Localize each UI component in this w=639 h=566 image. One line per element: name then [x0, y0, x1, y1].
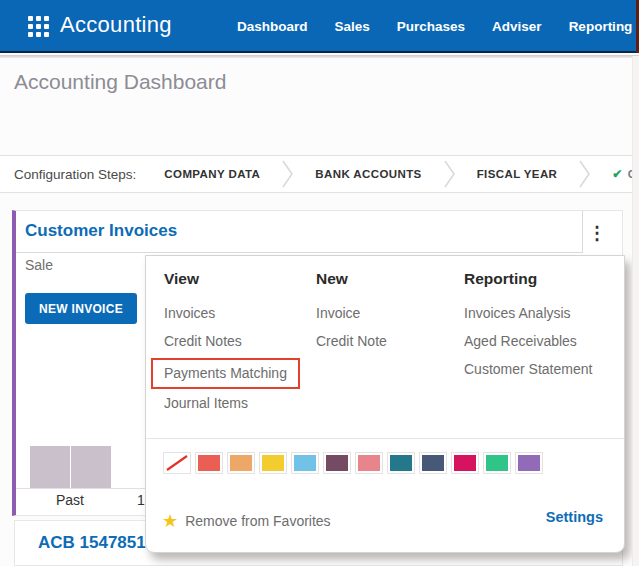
scrollbar-track[interactable] — [632, 56, 639, 566]
top-nav-bar: Accounting Dashboard Sales Purchases Adv… — [0, 0, 639, 53]
page-title: Accounting Dashboard — [14, 70, 226, 94]
menu-item-journal-items[interactable]: Journal Items — [164, 394, 314, 413]
color-swatch[interactable] — [291, 452, 319, 474]
menu-item-invoices-analysis[interactable]: Invoices Analysis — [464, 304, 594, 323]
color-swatch[interactable] — [483, 452, 511, 474]
column-header: New — [316, 270, 456, 288]
dropdown-divider — [146, 438, 624, 439]
nav-item-purchases[interactable]: Purchases — [397, 19, 465, 34]
kebab-menu-icon[interactable]: ⋮ — [586, 220, 608, 246]
configuration-steps-label: Configuration Steps: — [14, 167, 136, 182]
color-swatch[interactable] — [195, 452, 223, 474]
chevron-right-icon — [282, 160, 293, 188]
card-options-dropdown: View Invoices Credit Notes Payments Matc… — [145, 255, 625, 553]
app-title[interactable]: Accounting — [60, 12, 172, 38]
dropdown-column-new: New Invoice Credit Note — [316, 270, 456, 360]
checkmark-icon: ✔ — [612, 167, 622, 181]
color-swatch[interactable] — [451, 452, 479, 474]
color-swatch[interactable] — [419, 452, 447, 474]
color-swatch[interactable] — [355, 452, 383, 474]
color-swatch-none[interactable] — [163, 452, 191, 474]
step-company-data[interactable]: COMPANY DATA — [164, 168, 260, 180]
chart-axis — [16, 488, 146, 489]
card-title[interactable]: ACB 1547851 — [38, 533, 146, 553]
menu-item-credit-notes[interactable]: Credit Notes — [164, 332, 314, 351]
invoices-bar-chart[interactable]: Past 1 — [16, 445, 146, 515]
configuration-steps: COMPANY DATA BANK ACCOUNTS FISCAL YEAR ✔… — [164, 160, 639, 188]
nav-item-dashboard[interactable]: Dashboard — [237, 19, 308, 34]
favorites-label: Remove from Favorites — [185, 513, 330, 529]
menu-item-invoice[interactable]: Invoice — [316, 304, 456, 323]
column-header: View — [164, 270, 314, 288]
topbar-shadow — [0, 55, 639, 58]
no-color-icon — [166, 455, 188, 471]
menu-item-credit-note[interactable]: Credit Note — [316, 332, 456, 351]
color-swatch[interactable] — [259, 452, 287, 474]
menu-item-invoices[interactable]: Invoices — [164, 304, 314, 323]
step-bank-accounts[interactable]: BANK ACCOUNTS — [315, 168, 421, 180]
dropdown-column-view: View Invoices Credit Notes Payments Matc… — [164, 270, 314, 422]
menu-item-payments-matching[interactable]: Payments Matching — [151, 358, 300, 389]
dropdown-column-reporting: Reporting Invoices Analysis Aged Receiva… — [464, 270, 594, 388]
nav-item-sales[interactable]: Sales — [335, 19, 370, 34]
apps-grid-icon[interactable] — [28, 16, 49, 37]
configuration-steps-bar: Configuration Steps: COMPANY DATA BANK A… — [0, 155, 639, 193]
nav-item-reporting[interactable]: Reporting — [569, 19, 633, 34]
star-icon: ★ — [162, 512, 178, 530]
color-swatch[interactable] — [227, 452, 255, 474]
accounting-dashboard-screen: Accounting Dashboard Sales Purchases Adv… — [0, 0, 639, 566]
menu-item-aged-receivables[interactable]: Aged Receivables — [464, 332, 594, 351]
chart-bar — [30, 446, 70, 488]
card-title[interactable]: Customer Invoices — [25, 221, 177, 241]
chevron-right-icon — [444, 160, 455, 188]
color-swatch[interactable] — [387, 452, 415, 474]
new-invoice-button[interactable]: NEW INVOICE — [25, 293, 137, 324]
step-fiscal-year[interactable]: FISCAL YEAR — [477, 168, 558, 180]
color-swatch[interactable] — [515, 452, 543, 474]
top-nav-menu: Dashboard Sales Purchases Adviser Report… — [237, 0, 632, 53]
color-palette — [163, 452, 543, 474]
chevron-right-icon — [579, 160, 590, 188]
settings-link[interactable]: Settings — [546, 509, 603, 525]
color-swatch[interactable] — [323, 452, 351, 474]
nav-item-adviser[interactable]: Adviser — [492, 19, 542, 34]
chart-x-label: 1 — [137, 492, 145, 508]
card-subtitle: Sale — [25, 257, 53, 273]
chart-x-label: Past — [56, 492, 84, 508]
column-header: Reporting — [464, 270, 594, 288]
menu-item-customer-statement[interactable]: Customer Statement — [464, 360, 594, 379]
chart-bar — [71, 446, 111, 488]
remove-from-favorites[interactable]: ★ Remove from Favorites — [162, 512, 331, 530]
